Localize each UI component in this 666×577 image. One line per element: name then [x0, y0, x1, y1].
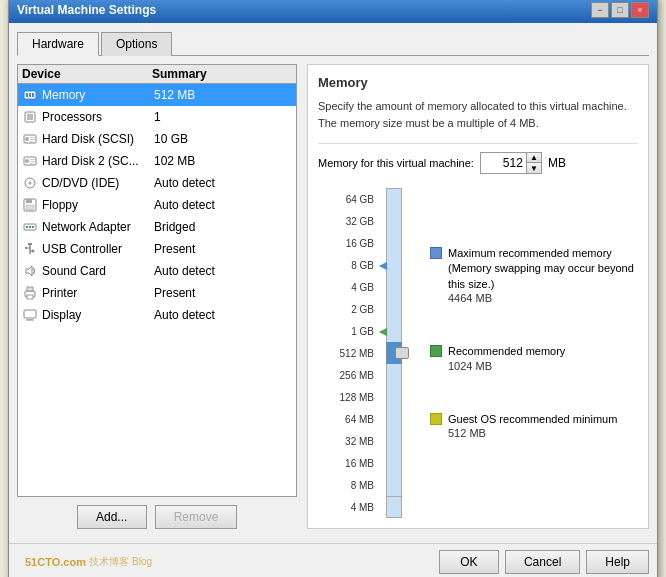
cancel-button[interactable]: Cancel [505, 550, 580, 574]
memory-indicators: Maximum recommended memory (Memory swapp… [410, 188, 638, 518]
close-button[interactable]: × [631, 2, 649, 18]
device-summary-network: Bridged [154, 220, 292, 234]
table-row[interactable]: Display Auto detect [18, 304, 296, 326]
scale-bar-0[interactable] [386, 188, 402, 210]
svg-rect-5 [27, 114, 33, 120]
scale-bar-5[interactable] [386, 298, 402, 320]
scale-bar-12[interactable] [386, 452, 402, 474]
cdrom-icon [22, 175, 38, 191]
scale-labels: 64 GB 32 GB 16 GB 8 GB 4 GB 2 GB 1 GB 51… [318, 188, 378, 518]
scale-label-4: 4 GB [351, 276, 378, 298]
table-row[interactable]: USB Controller Present [18, 238, 296, 260]
col-device-header: Device [22, 67, 152, 81]
device-summary-memory: 512 MB [154, 88, 292, 102]
svg-rect-34 [27, 295, 33, 299]
svg-point-30 [32, 250, 35, 253]
table-row[interactable]: CD/DVD (IDE) Auto detect [18, 172, 296, 194]
recommended-memory-value: 1024 MB [448, 360, 565, 372]
table-header: Device Summary [18, 65, 296, 84]
max-memory-arrow: ◄ [376, 257, 390, 273]
scale-label-14: 4 MB [351, 496, 378, 518]
minimize-button[interactable]: − [591, 2, 609, 18]
scale-bar-9[interactable] [386, 386, 402, 408]
svg-rect-10 [30, 141, 33, 142]
svg-rect-3 [32, 93, 34, 97]
add-button[interactable]: Add... [77, 505, 147, 529]
ok-button[interactable]: OK [439, 550, 499, 574]
table-row[interactable]: Hard Disk (SCSI) 10 GB [18, 128, 296, 150]
table-row[interactable]: Floppy Auto detect [18, 194, 296, 216]
scale-slider-handle[interactable] [395, 347, 409, 359]
maximize-button[interactable]: □ [611, 2, 629, 18]
svg-rect-9 [30, 139, 35, 140]
printer-icon [22, 285, 38, 301]
harddisk-scsi-icon [22, 131, 38, 147]
scale-label-10: 64 MB [345, 408, 378, 430]
device-name-cdvd: CD/DVD (IDE) [42, 176, 154, 190]
col-summary-header: Summary [152, 67, 292, 81]
table-row[interactable]: Hard Disk 2 (SC... 102 MB [18, 150, 296, 172]
title-bar-buttons: − □ × [591, 2, 649, 18]
tab-hardware[interactable]: Hardware [17, 32, 99, 56]
memory-input[interactable] [481, 153, 526, 173]
scale-label-8: 256 MB [340, 364, 378, 386]
max-memory-label: Maximum recommended memory [448, 246, 638, 261]
memory-spinner: ▲ ▼ [526, 153, 541, 173]
memory-icon [22, 87, 38, 103]
scale-bar-14[interactable] [386, 496, 402, 518]
harddisk2-icon [22, 153, 38, 169]
scale-bar-1[interactable] [386, 210, 402, 232]
svg-rect-29 [25, 247, 27, 249]
recommended-memory-indicator: Recommended memory 1024 MB [430, 344, 638, 371]
scale-label-3: 8 GB [351, 254, 378, 276]
spin-down-button[interactable]: ▼ [527, 163, 541, 173]
guest-min-indicator: Guest OS recommended minimum 512 MB [430, 412, 638, 439]
scale-bar-13[interactable] [386, 474, 402, 496]
table-row[interactable]: Sound Card Auto detect [18, 260, 296, 282]
device-name-usb: USB Controller [42, 242, 154, 256]
main-area: Device Summary Memory 512 MB [17, 64, 649, 529]
processor-icon [22, 109, 38, 125]
scale-label-1: 32 GB [346, 210, 378, 232]
device-name-sound: Sound Card [42, 264, 154, 278]
scale-bar-11[interactable] [386, 430, 402, 452]
scale-bar-2[interactable] [386, 232, 402, 254]
svg-rect-24 [32, 226, 34, 228]
device-summary-printer: Present [154, 286, 292, 300]
memory-input-label: Memory for this virtual machine: [318, 157, 474, 169]
recommended-memory-color-box [430, 345, 442, 357]
svg-point-7 [25, 137, 29, 141]
device-summary-hdd-scsi: 10 GB [154, 132, 292, 146]
memory-unit-label: MB [548, 156, 566, 170]
scale-bar-4[interactable] [386, 276, 402, 298]
table-row[interactable]: Processors 1 [18, 106, 296, 128]
spin-up-button[interactable]: ▲ [527, 153, 541, 163]
device-table: Device Summary Memory 512 MB [17, 64, 297, 497]
svg-rect-20 [26, 205, 34, 210]
table-row[interactable]: Memory 512 MB [18, 84, 296, 106]
memory-description: Specify the amount of memory allocated t… [318, 98, 638, 131]
dialog-footer: 51CTO.com 技术博客 Blog OK Cancel Help [9, 543, 657, 577]
device-summary-usb: Present [154, 242, 292, 256]
tab-options[interactable]: Options [101, 32, 172, 56]
table-row[interactable]: Network Adapter Bridged [18, 216, 296, 238]
device-name-floppy: Floppy [42, 198, 154, 212]
max-memory-color-box [430, 247, 442, 259]
svg-marker-31 [26, 266, 32, 276]
device-name-network: Network Adapter [42, 220, 154, 234]
table-row[interactable]: Printer Present [18, 282, 296, 304]
svg-rect-14 [30, 161, 35, 162]
recommended-memory-label: Recommended memory [448, 344, 565, 359]
virtual-machine-settings-window: Virtual Machine Settings − □ × Hardware … [8, 0, 658, 577]
device-name-memory: Memory [42, 88, 154, 102]
help-button[interactable]: Help [586, 550, 649, 574]
scale-bar-8[interactable] [386, 364, 402, 386]
scale-bar-10[interactable] [386, 408, 402, 430]
display-icon [22, 307, 38, 323]
device-name-processors: Processors [42, 110, 154, 124]
title-bar: Virtual Machine Settings − □ × [9, 0, 657, 23]
network-adapter-icon [22, 219, 38, 235]
svg-rect-35 [24, 310, 36, 318]
scale-label-7: 512 MB [340, 342, 378, 364]
remove-button[interactable]: Remove [155, 505, 238, 529]
